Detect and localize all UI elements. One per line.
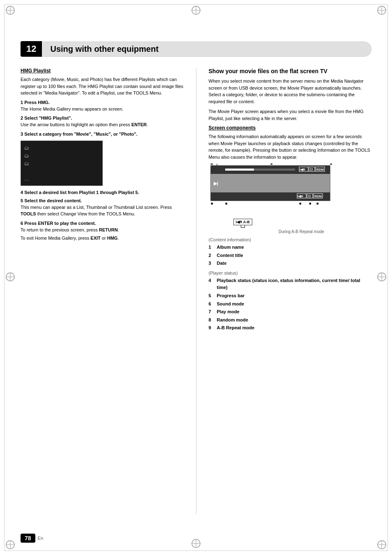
page-lang: En (38, 536, 43, 541)
column-divider (196, 68, 196, 514)
menu-screenshot: 🗂 🗂 🗂 — (21, 141, 103, 186)
content-area: HMG Playlist Each category (Movie, Music… (21, 64, 371, 514)
folder-icon-movie: 🗂 (24, 144, 29, 152)
left-column: HMG Playlist Each category (Movie, Music… (21, 64, 184, 514)
player-status-label: (Player status) (209, 271, 372, 275)
content-item-1: 1 Album name (209, 244, 372, 251)
item-num-2: 2 (209, 252, 214, 259)
item-num-3: 3 (209, 260, 214, 267)
ab-arrow (241, 225, 245, 228)
chapter-header: 12 Using with other equipment (21, 41, 371, 57)
item-label-6: Sound mode (217, 301, 244, 308)
screen-components-intro: The following information automatically … (209, 133, 372, 160)
item-num-1: 1 (209, 244, 214, 251)
item-num-9: 9 (209, 324, 214, 332)
player-item-7: 7 Play mode (209, 308, 372, 316)
content-item-2: 2 Content title (209, 252, 372, 259)
ab-repeat-caption: During A-B Repeat mode (231, 229, 372, 234)
right-intro-2: The Movie Player screen appears when you… (209, 108, 372, 122)
step-6-heading: 6 Press ENTER to play the content. (21, 221, 184, 226)
content-info-label: (Content information) (209, 237, 372, 242)
folder-icon-music: 🗂 (24, 152, 29, 160)
player-diagram-svg: ▶| I◀R ⊟ RDM I◀R ⊟ RDM (209, 164, 340, 217)
player-diagram-wrap: ▶| I◀R ⊟ RDM I◀R ⊟ RDM (209, 164, 340, 217)
item-label-1: Album name (217, 244, 244, 251)
hmg-playlist-title: HMG Playlist (21, 68, 184, 74)
step-6-body-1: To return to the previous screen, press … (21, 227, 184, 234)
screen-components-title: Screen components (209, 125, 372, 131)
svg-text:RDM: RDM (316, 168, 324, 171)
svg-rect-18 (225, 169, 254, 171)
step-1-heading: 1 Press HMG. (21, 100, 184, 105)
step-6-body-2: To exit Home Media Gallery, press EXIT o… (21, 235, 184, 242)
right-column: Show your movie files on the flat screen… (209, 64, 372, 514)
svg-text:I◀R: I◀R (297, 194, 303, 198)
svg-text:■: ■ (270, 164, 272, 166)
page-footer: 78 En (21, 534, 43, 543)
svg-text:■: ■ (299, 201, 301, 206)
player-item-6: 6 Sound mode (209, 301, 372, 308)
step-2-body: Use the arrow buttons to highlight an op… (21, 121, 184, 128)
svg-text:■: ■ (330, 164, 332, 166)
svg-text:⊟: ⊟ (308, 194, 311, 198)
page-number-box: 78 (21, 534, 35, 543)
step-1-body: The Home Media Gallery menu appears on s… (21, 106, 184, 113)
svg-text:■: ■ (309, 201, 311, 206)
ab-repeat-row: I◀R A-B (233, 219, 372, 228)
item-num-8: 8 (209, 317, 214, 324)
item-label-9: A-B Repeat mode (217, 324, 255, 332)
item-label-4: Playback status (status icon, status inf… (217, 277, 372, 291)
top-center-mark (190, 4, 202, 18)
menu-item-photo: 🗂 (24, 160, 99, 168)
player-item-8: 8 Random mode (209, 317, 372, 324)
step-4-heading: 4 Select a desired list from Playlist 1 … (21, 190, 184, 195)
step-2-heading: 2 Select "HMG Playlist". (21, 116, 184, 120)
hmg-playlist-intro: Each category (Movie, Music, and Photo) … (21, 76, 184, 97)
item-label-2: Content title (217, 252, 243, 259)
folder-icon-photo: 🗂 (24, 160, 29, 168)
item-num-4: 4 (209, 277, 214, 291)
step-3-heading: 3 Select a category from "Movie", "Music… (21, 132, 184, 136)
svg-text:■: ■ (211, 164, 213, 166)
step-5-body: This menu can appear as a List, Thumbnai… (21, 204, 184, 217)
player-item-9: 9 A-B Repeat mode (209, 324, 372, 332)
ab-repeat-box: I◀R A-B (233, 219, 252, 225)
item-label-3: Date (217, 260, 227, 267)
svg-text:■: ■ (211, 201, 213, 206)
ab-repeat-box-wrap: I◀R A-B (233, 219, 252, 228)
bottom-center-mark (190, 537, 202, 551)
chapter-number: 12 (21, 41, 42, 57)
svg-text:RDM: RDM (314, 194, 322, 198)
step-5-heading: 5 Select the desired content. (21, 198, 184, 203)
right-intro-1: When you select movie content from the s… (209, 78, 372, 105)
content-item-3: 3 Date (209, 260, 372, 267)
svg-text:■: ■ (225, 201, 227, 206)
right-section-title: Show your movie files on the flat screen… (209, 68, 372, 74)
menu-dash: — (24, 177, 99, 182)
svg-rect-15 (211, 174, 330, 192)
item-num-6: 6 (209, 301, 214, 308)
item-label-7: Play mode (217, 308, 240, 316)
svg-text:I◀R: I◀R (300, 168, 305, 171)
player-item-5: 5 Progress bar (209, 292, 372, 300)
left-center-mark (4, 271, 16, 284)
menu-item-movie: 🗂 (24, 144, 99, 152)
svg-text:▶|: ▶| (214, 181, 218, 186)
chapter-title: Using with other equipment (42, 42, 371, 57)
item-num-5: 5 (209, 292, 214, 300)
menu-item-music: 🗂 (24, 152, 99, 160)
item-label-5: Progress bar (217, 292, 245, 300)
right-center-mark (376, 271, 388, 284)
item-label-8: Random mode (217, 317, 248, 324)
svg-text:⊟: ⊟ (310, 167, 313, 171)
svg-text:■: ■ (316, 201, 318, 206)
item-num-7: 7 (209, 308, 214, 316)
player-item-4: 4 Playback status (status icon, status i… (209, 277, 372, 291)
